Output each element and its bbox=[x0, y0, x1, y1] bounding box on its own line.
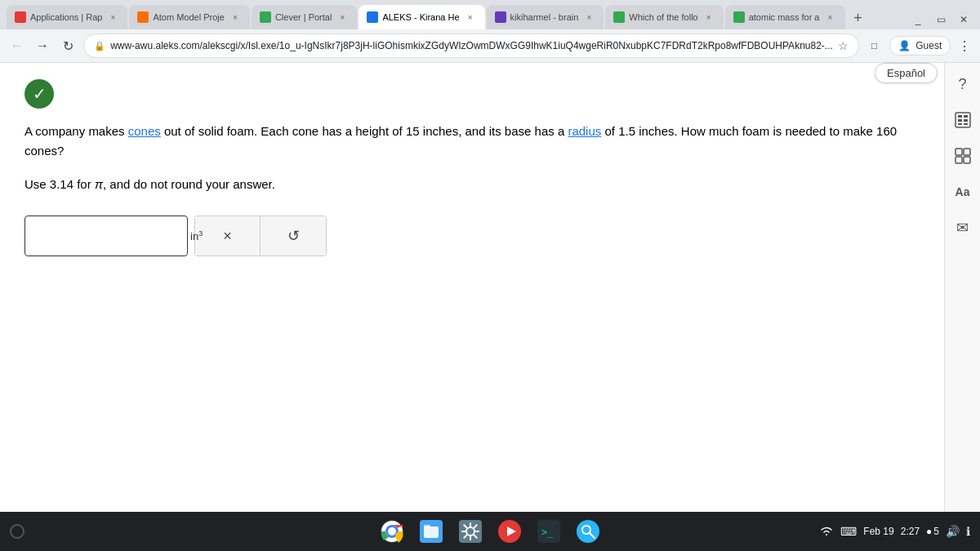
profile-button[interactable]: 👤 Guest bbox=[889, 36, 951, 56]
tab6-label: Which of the follo bbox=[629, 12, 697, 22]
svg-rect-10 bbox=[964, 157, 970, 163]
minimize-button[interactable]: _ bbox=[908, 10, 928, 29]
taskbar-right: ⌨ Feb 19 2:27 ● 5 🔊 ℹ bbox=[819, 525, 970, 538]
tab7-favicon bbox=[733, 11, 745, 23]
forward-button[interactable]: → bbox=[32, 34, 52, 57]
tab5-close[interactable]: × bbox=[582, 11, 595, 24]
tab6-close[interactable]: × bbox=[702, 11, 715, 24]
time-text: 2:27 bbox=[901, 526, 920, 537]
tab1-label: Applications | Rap bbox=[30, 12, 102, 22]
settings-icon: ℹ bbox=[966, 525, 970, 538]
problem-text: A company makes cones out of solid foam.… bbox=[24, 122, 920, 161]
svg-rect-3 bbox=[958, 119, 962, 122]
svg-rect-1 bbox=[958, 115, 962, 118]
tab1-close[interactable]: × bbox=[106, 11, 119, 24]
tab4-label: ALEKS - Kirana He bbox=[382, 12, 459, 22]
tab-which[interactable]: Which of the follo × bbox=[605, 5, 723, 29]
svg-rect-2 bbox=[964, 115, 968, 118]
settings-taskbar-icon[interactable] bbox=[456, 517, 485, 546]
taskbar: >_ ⌨ Feb 19 2:27 ● 5 🔊 ℹ bbox=[0, 512, 980, 551]
svg-rect-15 bbox=[424, 527, 439, 538]
calculator-icon[interactable] bbox=[950, 107, 976, 133]
svg-rect-16 bbox=[424, 525, 430, 528]
date-text: Feb 19 bbox=[863, 526, 893, 537]
tab2-close[interactable]: × bbox=[229, 11, 242, 24]
answer-input[interactable] bbox=[35, 229, 190, 243]
tab2-favicon bbox=[137, 11, 149, 23]
svg-rect-8 bbox=[964, 149, 970, 155]
undo-button[interactable]: ↺ bbox=[261, 216, 326, 256]
action-buttons: × ↺ bbox=[194, 216, 327, 256]
tab7-label: atomic mass for a bbox=[749, 12, 820, 22]
mail-icon[interactable]: ✉ bbox=[950, 215, 976, 241]
address-bar-row: ← → ↻ 🔒 www-awu.aleks.com/alekscgi/x/Isl… bbox=[0, 29, 980, 62]
maximize-button[interactable]: ▭ bbox=[931, 10, 951, 29]
cones-link[interactable]: cones bbox=[128, 124, 161, 138]
tab-clever[interactable]: Clever | Portal × bbox=[252, 5, 358, 29]
new-tab-button[interactable]: + bbox=[847, 7, 870, 29]
answer-input-wrapper: in3 bbox=[24, 216, 188, 256]
tab5-favicon bbox=[495, 11, 506, 23]
launcher-circle[interactable] bbox=[10, 524, 24, 539]
guest-label: Guest bbox=[915, 40, 942, 51]
tab3-close[interactable]: × bbox=[336, 11, 349, 24]
text-icon[interactable]: Aa bbox=[950, 179, 976, 205]
files-taskbar-icon[interactable] bbox=[416, 517, 446, 546]
svg-rect-9 bbox=[956, 157, 962, 163]
svg-rect-6 bbox=[964, 123, 968, 125]
url-text: www-awu.aleks.com/alekscgi/x/Isl.exe/1o_… bbox=[110, 40, 833, 51]
tab5-label: kikiharmel - brain bbox=[510, 12, 579, 22]
tab-aleks[interactable]: ALEKS - Kirana He × bbox=[359, 5, 484, 29]
tab6-favicon bbox=[613, 11, 625, 23]
svg-text:>_: >_ bbox=[541, 527, 554, 538]
svg-rect-23 bbox=[577, 520, 599, 543]
browser-menu-button[interactable]: □ bbox=[864, 34, 884, 57]
tab4-close[interactable]: × bbox=[464, 11, 477, 24]
grid-icon[interactable] bbox=[950, 143, 976, 169]
tab7-close[interactable]: × bbox=[824, 11, 837, 24]
clear-button[interactable]: × bbox=[195, 216, 261, 256]
answer-area: in3 × ↺ bbox=[24, 216, 920, 256]
browser-chrome: Applications | Rap × Atom Model Proje × … bbox=[0, 0, 980, 63]
tab-kikiharmel[interactable]: kikiharmel - brain × bbox=[487, 5, 604, 29]
svg-rect-0 bbox=[956, 113, 970, 127]
unit-label: in3 bbox=[190, 229, 203, 242]
lock-icon: 🔒 bbox=[94, 41, 105, 51]
problem-text-part2: out of solid foam. Each cone has a heigh… bbox=[161, 124, 568, 138]
bookmark-icon: ☆ bbox=[838, 39, 849, 52]
problem-text-part1: A company makes bbox=[24, 124, 128, 138]
svg-rect-5 bbox=[958, 123, 962, 125]
tab-actions: _ ▭ ✕ bbox=[908, 10, 973, 29]
back-button[interactable]: ← bbox=[7, 34, 27, 57]
terminal-taskbar-icon[interactable]: >_ bbox=[534, 517, 564, 546]
battery-area: ● 5 bbox=[926, 526, 939, 537]
chrome-taskbar-icon[interactable] bbox=[377, 517, 407, 546]
pi-note: Use 3.14 for π, and do not round your an… bbox=[24, 177, 920, 191]
lens-taskbar-icon[interactable] bbox=[573, 517, 603, 546]
radius-link[interactable]: radius bbox=[568, 124, 601, 138]
close-window-button[interactable]: ✕ bbox=[954, 10, 973, 29]
help-icon[interactable]: ? bbox=[950, 71, 976, 97]
address-bar[interactable]: 🔒 www-awu.aleks.com/alekscgi/x/Isl.exe/1… bbox=[83, 33, 859, 58]
main-content: ✓ A company makes cones out of solid foa… bbox=[0, 63, 944, 551]
check-circle: ✓ bbox=[24, 79, 54, 109]
reload-button[interactable]: ↻ bbox=[58, 34, 78, 57]
media-taskbar-icon[interactable] bbox=[495, 517, 524, 546]
svg-rect-7 bbox=[956, 149, 962, 155]
tab1-favicon bbox=[15, 11, 26, 23]
tab-atomic[interactable]: atomic mass for a × bbox=[725, 5, 845, 29]
tab-applications[interactable]: Applications | Rap × bbox=[7, 5, 127, 29]
tab3-favicon bbox=[260, 11, 271, 23]
tab4-favicon bbox=[367, 11, 378, 23]
svg-point-13 bbox=[388, 527, 396, 535]
taskbar-left bbox=[10, 524, 24, 539]
page-content: ✓ A company makes cones out of solid foa… bbox=[0, 63, 980, 551]
time-display: 2:27 bbox=[901, 526, 920, 537]
chrome-menu-button[interactable]: ⋮ bbox=[956, 36, 973, 56]
tab-atom[interactable]: Atom Model Proje × bbox=[129, 5, 249, 29]
volume-icon: 🔊 bbox=[946, 525, 960, 538]
tab-bar: Applications | Rap × Atom Model Proje × … bbox=[0, 0, 980, 29]
date-display: Feb 19 bbox=[863, 526, 893, 537]
profile-icon: 👤 bbox=[898, 40, 911, 51]
wifi-area bbox=[819, 526, 834, 537]
